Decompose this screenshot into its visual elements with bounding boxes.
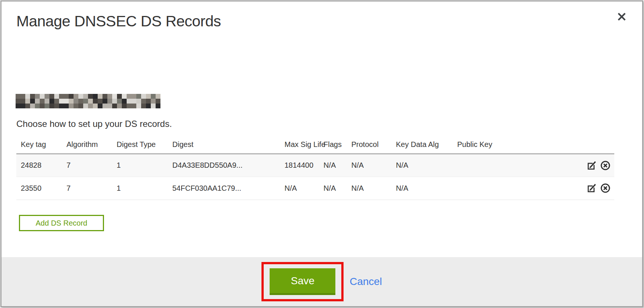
cell-algorithm: 7 bbox=[62, 154, 112, 177]
col-header-protocol: Protocol bbox=[347, 136, 391, 154]
cell-digest-type: 1 bbox=[112, 154, 168, 177]
col-header-public-key: Public Key bbox=[453, 136, 551, 154]
cell-max-sig-life: N/A bbox=[280, 177, 319, 200]
cell-public-key bbox=[453, 177, 551, 200]
cell-key-tag: 23550 bbox=[16, 177, 62, 200]
edit-record-icon[interactable] bbox=[586, 183, 597, 193]
col-header-key-data-alg: Key Data Alg bbox=[391, 136, 453, 154]
save-button[interactable]: Save bbox=[270, 268, 335, 295]
col-header-digest: Digest bbox=[168, 136, 280, 154]
table-row: 23550 7 1 54FCF030AA1C79... N/A N/A N/A … bbox=[16, 177, 614, 200]
x-glyph bbox=[617, 12, 627, 22]
cell-protocol: N/A bbox=[347, 154, 391, 177]
cell-flags: N/A bbox=[319, 177, 347, 200]
col-header-algorithm: Algorithm bbox=[62, 136, 112, 154]
cell-digest: 54FCF030AA1C79... bbox=[168, 177, 280, 200]
table-row: 24828 7 1 D4A33E8DD550A9... 1814400 N/A … bbox=[16, 154, 614, 177]
cell-public-key bbox=[453, 154, 551, 177]
close-icon[interactable] bbox=[615, 10, 628, 23]
cell-key-data-alg: N/A bbox=[391, 154, 453, 177]
ds-records-table: Key tag Algorithm Digest Type Digest Max… bbox=[16, 136, 614, 200]
cell-algorithm: 7 bbox=[62, 177, 112, 200]
cell-key-tag: 24828 bbox=[16, 154, 62, 177]
cell-max-sig-life: 1814400 bbox=[280, 154, 319, 177]
modal-footer: Save Cancel bbox=[1, 257, 642, 306]
page-title: Manage DNSSEC DS Records bbox=[16, 13, 221, 30]
add-ds-record-button[interactable]: Add DS Record bbox=[19, 215, 104, 231]
cell-digest: D4A33E8DD550A9... bbox=[168, 154, 280, 177]
manage-dnssec-modal: Manage DNSSEC DS Records Choose how to s… bbox=[0, 0, 643, 307]
cell-key-data-alg: N/A bbox=[391, 177, 453, 200]
cell-protocol: N/A bbox=[347, 177, 391, 200]
edit-record-icon[interactable] bbox=[586, 160, 597, 171]
instruction-text: Choose how to set up your DS records. bbox=[16, 119, 172, 129]
cell-digest-type: 1 bbox=[112, 177, 168, 200]
col-header-flags: Flags bbox=[319, 136, 347, 154]
col-header-digest-type: Digest Type bbox=[112, 136, 168, 154]
cancel-link[interactable]: Cancel bbox=[349, 276, 382, 288]
delete-record-icon[interactable] bbox=[600, 183, 611, 193]
table-header-row: Key tag Algorithm Digest Type Digest Max… bbox=[16, 136, 614, 154]
col-header-max-sig-life: Max Sig Life bbox=[280, 136, 319, 154]
delete-record-icon[interactable] bbox=[600, 160, 611, 171]
annotation-highlight-save: Save bbox=[261, 262, 344, 301]
col-header-actions bbox=[551, 136, 614, 154]
cell-flags: N/A bbox=[319, 154, 347, 177]
redacted-domain-name bbox=[16, 94, 160, 108]
col-header-key-tag: Key tag bbox=[16, 136, 62, 154]
